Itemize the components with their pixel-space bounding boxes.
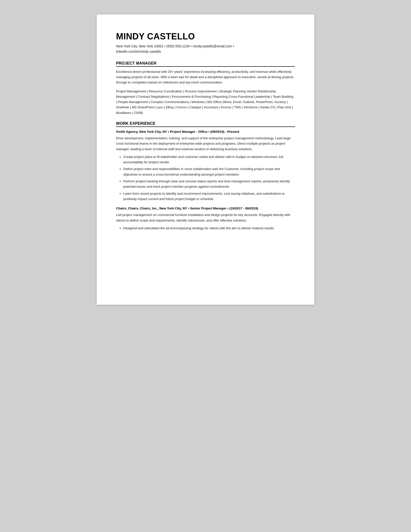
job-1-description: Drive development, implementation, train… (116, 136, 295, 152)
job-1-header-text: Smith Agency, New York City, NY • Projec… (116, 130, 239, 133)
job-2-description: Led project management on commercial fur… (116, 212, 295, 223)
header-section: MINDY CASTELLO New York City, New York 1… (116, 31, 295, 54)
skills-text: Project Management | Resource Coordinati… (116, 89, 295, 116)
resume-page: MINDY CASTELLO New York City, New York 1… (97, 15, 314, 305)
job-2: Chairs, Chairs, Chairs, Inc., New York C… (116, 206, 295, 231)
work-experience-title: WORK EXPERIENCE (116, 121, 295, 127)
job-1-bullet-2: Define project roles and responsibilitie… (123, 166, 295, 177)
job-1-bullets: Create project plans to fit stakeholder … (116, 154, 295, 202)
job-1: Smith Agency, New York City, NY • Projec… (116, 129, 295, 202)
candidate-name: MINDY CASTELLO (116, 31, 295, 42)
contact-line2: linkedin.com/in/mindy-castello (116, 50, 161, 53)
job-2-header-text: Chairs, Chairs, Chairs, Inc., New York C… (116, 207, 258, 210)
summary-paragraph: Excellence-driven professional with 25+ … (116, 69, 295, 85)
contact-line1: New York City, New York 10001 • (555) 55… (116, 44, 234, 48)
summary-section: PROJECT MANAGER Excellence-driven profes… (116, 61, 295, 116)
job-2-bullets: Designed and articulated the all-encompa… (116, 226, 295, 231)
job-1-bullet-1: Create project plans to fit stakeholder … (123, 154, 295, 165)
summary-title: PROJECT MANAGER (116, 61, 295, 67)
work-experience-section: WORK EXPERIENCE Smith Agency, New York C… (116, 121, 295, 231)
job-1-header: Smith Agency, New York City, NY • Projec… (116, 129, 295, 134)
job-2-bullet-1: Designed and articulated the all-encompa… (123, 226, 295, 231)
contact-info: New York City, New York 10001 • (555) 55… (116, 44, 295, 54)
job-2-header: Chairs, Chairs, Chairs, Inc., New York C… (116, 206, 295, 211)
job-1-bullet-4: Learn from recent projects to identify a… (123, 191, 295, 202)
job-1-bullet-3: Perform project tracking through clear a… (123, 179, 295, 190)
